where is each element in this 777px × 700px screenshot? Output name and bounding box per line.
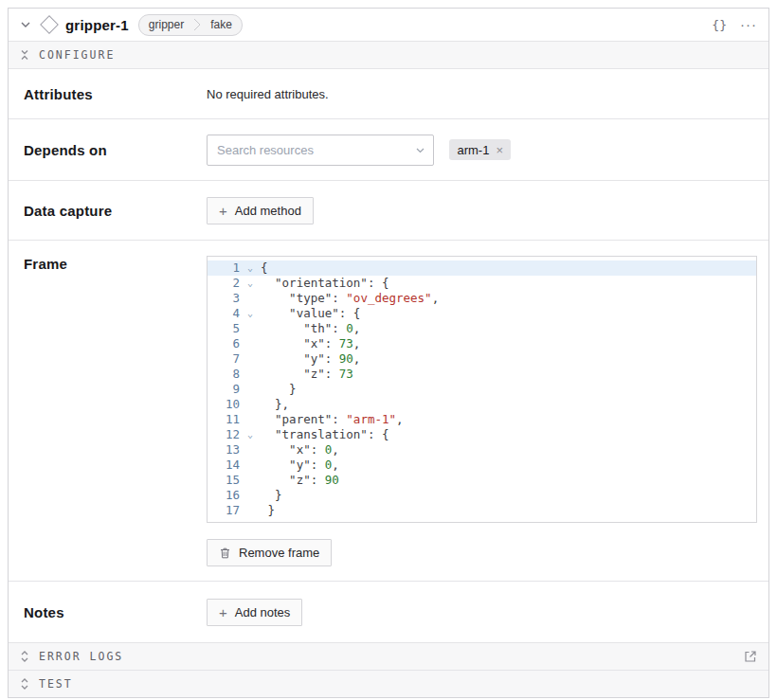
frame-row: Frame 1⌄{2⌄ "orientation": {3 "type": "o… <box>9 241 768 582</box>
frame-editor-lines: 1⌄{2⌄ "orientation": {3 "type": "ov_degr… <box>208 260 756 518</box>
notes-label: Notes <box>24 604 207 620</box>
code-text: "th": 0, <box>261 321 360 336</box>
fold-gutter <box>240 473 261 488</box>
error-logs-section-bar[interactable]: ERROR LOGS <box>9 642 768 670</box>
test-section-bar[interactable]: TEST <box>9 670 768 697</box>
open-in-new-icon[interactable] <box>744 650 757 663</box>
dependency-chip: arm-1 × <box>449 139 511 160</box>
model-badge-label: fake <box>201 15 242 35</box>
fold-gutter <box>240 367 261 382</box>
editor-line-7[interactable]: 7 "y": 90, <box>208 351 756 367</box>
depends-on-row: Depends on arm-1 × <box>9 119 768 181</box>
code-text: "y": 90, <box>261 351 360 367</box>
code-text: { <box>261 260 268 276</box>
code-text: "type": "ov_degrees", <box>261 291 439 306</box>
line-number: 8 <box>208 367 240 382</box>
editor-line-15[interactable]: 15 "z": 90 <box>208 473 756 488</box>
editor-line-6[interactable]: 6 "x": 73, <box>208 336 756 351</box>
code-text: } <box>261 503 275 518</box>
remove-frame-label: Remove frame <box>239 546 319 560</box>
editor-line-3[interactable]: 3 "type": "ov_degrees", <box>208 291 756 306</box>
add-method-label: Add method <box>235 204 301 218</box>
line-number: 14 <box>208 458 240 473</box>
code-text: "parent": "arm-1", <box>261 412 404 427</box>
add-method-button[interactable]: + Add method <box>207 197 314 224</box>
fold-gutter <box>240 351 261 367</box>
code-text: "x": 73, <box>261 336 360 351</box>
search-resources-input[interactable] <box>207 135 434 166</box>
attributes-row: Attributes No required attributes. <box>9 69 768 119</box>
editor-line-13[interactable]: 13 "x": 0, <box>208 442 756 458</box>
badge-separator-chevron-icon <box>193 18 201 31</box>
line-number: 2 <box>208 276 240 291</box>
line-number: 12 <box>208 427 240 442</box>
line-number: 5 <box>208 321 240 336</box>
frame-json-editor[interactable]: 1⌄{2⌄ "orientation": {3 "type": "ov_degr… <box>207 256 757 523</box>
component-type-badge: gripper fake <box>138 14 243 36</box>
code-text: "value": { <box>261 306 360 321</box>
code-text: } <box>261 382 297 397</box>
json-mode-icon[interactable]: {} <box>712 18 727 32</box>
fold-chevron-icon[interactable]: ⌄ <box>240 260 261 276</box>
line-number: 4 <box>208 306 240 321</box>
attributes-label: Attributes <box>24 86 207 102</box>
remove-dependency-icon[interactable]: × <box>496 143 503 157</box>
collapse-chevron-icon[interactable] <box>20 19 31 30</box>
code-text: "orientation": { <box>261 276 388 291</box>
remove-frame-button[interactable]: Remove frame <box>207 539 332 566</box>
component-diamond-icon <box>40 15 59 34</box>
notes-row: Notes + Add notes <box>9 582 768 642</box>
code-text: }, <box>261 397 289 412</box>
fold-chevron-icon[interactable]: ⌄ <box>240 276 261 291</box>
fold-gutter <box>240 503 261 518</box>
line-number: 7 <box>208 351 240 367</box>
dependency-chip-label: arm-1 <box>457 143 489 157</box>
editor-line-14[interactable]: 14 "y": 0, <box>208 458 756 473</box>
error-logs-section-title: ERROR LOGS <box>39 650 123 663</box>
code-text: "y": 0, <box>261 458 339 473</box>
trash-icon <box>219 547 231 560</box>
plus-icon: + <box>219 605 227 619</box>
fold-chevron-icon[interactable]: ⌄ <box>240 306 261 321</box>
configure-section-bar[interactable]: CONFIGURE <box>9 42 768 69</box>
editor-line-9[interactable]: 9 } <box>208 382 756 397</box>
data-capture-label: Data capture <box>24 203 207 219</box>
overflow-menu-icon[interactable]: ··· <box>740 20 757 29</box>
fold-chevron-icon[interactable]: ⌄ <box>240 427 261 442</box>
configure-section-title: CONFIGURE <box>39 48 115 62</box>
line-number: 17 <box>208 503 240 518</box>
component-header: gripper-1 gripper fake {} ··· <box>9 9 768 42</box>
fold-gutter <box>240 458 261 473</box>
editor-line-8[interactable]: 8 "z": 73 <box>208 367 756 382</box>
line-number: 9 <box>208 382 240 397</box>
editor-line-16[interactable]: 16 } <box>208 488 756 503</box>
line-number: 10 <box>208 397 240 412</box>
add-notes-label: Add notes <box>235 605 291 619</box>
editor-line-10[interactable]: 10 }, <box>208 397 756 412</box>
code-text: "z": 90 <box>261 473 339 488</box>
editor-line-5[interactable]: 5 "th": 0, <box>208 321 756 336</box>
editor-line-2[interactable]: 2⌄ "orientation": { <box>208 276 756 291</box>
line-number: 16 <box>208 488 240 503</box>
fold-gutter <box>240 412 261 427</box>
line-number: 1 <box>208 260 240 276</box>
plus-icon: + <box>219 204 227 218</box>
editor-line-4[interactable]: 4⌄ "value": { <box>208 306 756 321</box>
line-number: 3 <box>208 291 240 306</box>
editor-line-11[interactable]: 11 "parent": "arm-1", <box>208 412 756 427</box>
frame-label: Frame <box>24 256 207 272</box>
add-notes-button[interactable]: + Add notes <box>207 599 302 626</box>
fold-gutter <box>240 382 261 397</box>
expand-vertical-icon <box>20 651 29 662</box>
fold-gutter <box>240 442 261 458</box>
component-config-card: gripper-1 gripper fake {} ··· CONFIGURE … <box>8 8 769 698</box>
editor-line-17[interactable]: 17 } <box>208 503 756 518</box>
line-number: 6 <box>208 336 240 351</box>
code-text: "z": 73 <box>261 367 353 382</box>
editor-line-12[interactable]: 12⌄ "translation": { <box>208 427 756 442</box>
fold-gutter <box>240 291 261 306</box>
component-name: gripper-1 <box>65 17 129 33</box>
line-number: 11 <box>208 412 240 427</box>
editor-line-1[interactable]: 1⌄{ <box>208 260 756 276</box>
fold-gutter <box>240 397 261 412</box>
